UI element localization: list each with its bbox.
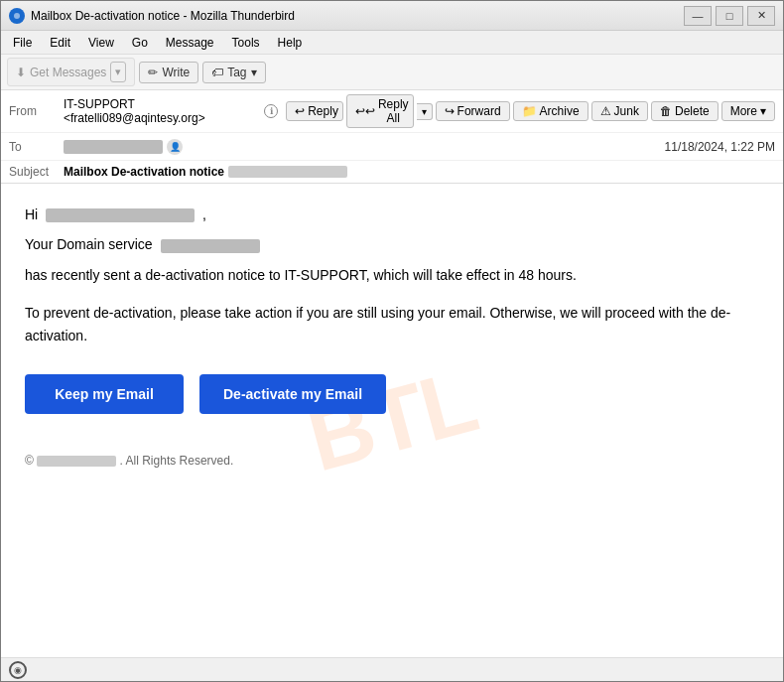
reply-all-icon: ↩↩ bbox=[355, 104, 375, 118]
keep-email-button[interactable]: Keep my Email bbox=[25, 374, 184, 414]
app-icon bbox=[9, 8, 25, 24]
write-label: Write bbox=[162, 66, 190, 79]
more-button[interactable]: More ▾ bbox=[721, 101, 775, 121]
tag-label: Tag bbox=[227, 66, 246, 79]
to-value-row: 👤 bbox=[64, 139, 183, 155]
connection-status-icon: ◉ bbox=[9, 661, 27, 679]
copyright-symbol: © bbox=[25, 454, 34, 468]
body-text-1b: has recently sent a de-activation notice… bbox=[25, 267, 577, 283]
status-bar: ◉ bbox=[1, 657, 783, 681]
delete-icon: 🗑 bbox=[660, 104, 672, 118]
menu-message[interactable]: Message bbox=[158, 34, 222, 52]
get-messages-label: Get Messages bbox=[30, 66, 106, 79]
minimize-button[interactable]: — bbox=[684, 6, 712, 26]
tag-icon: 🏷 bbox=[211, 66, 223, 79]
menu-tools[interactable]: Tools bbox=[224, 34, 268, 52]
signal-icon: ◉ bbox=[14, 665, 22, 675]
tag-dropdown-icon: ▾ bbox=[251, 66, 257, 79]
window-controls: — □ ✕ bbox=[684, 6, 775, 26]
sender-info-icon[interactable]: ℹ bbox=[264, 104, 278, 118]
forward-label: Forward bbox=[457, 104, 501, 118]
menu-go[interactable]: Go bbox=[124, 34, 156, 52]
reply-label: Reply bbox=[308, 104, 338, 118]
footer-rights-text: . All Rights Reserved. bbox=[120, 454, 234, 468]
email-footer: © . All Rights Reserved. bbox=[25, 438, 759, 468]
write-button[interactable]: ✏ Write bbox=[139, 62, 198, 83]
from-label: From bbox=[9, 104, 64, 118]
email-header: From IT-SUPPORT <fratelli089@aqintesy.or… bbox=[1, 90, 783, 184]
menu-view[interactable]: View bbox=[80, 34, 122, 52]
email-content: Hi , Your Domain service has recently se… bbox=[25, 204, 759, 468]
domain-blurred bbox=[161, 239, 260, 253]
get-messages-icon: ⬇ bbox=[16, 66, 26, 79]
maximize-button[interactable]: □ bbox=[716, 6, 743, 26]
reply-dropdown-button[interactable]: ▾ bbox=[417, 103, 433, 120]
email-actions: ↩ Reply ↩↩ Reply All ▾ ↪ Forward 📁 Archi… bbox=[286, 94, 775, 128]
recipient-avatar: 👤 bbox=[167, 139, 183, 155]
more-label: More bbox=[730, 104, 757, 118]
menu-edit[interactable]: Edit bbox=[42, 34, 78, 52]
forward-icon: ↪ bbox=[445, 104, 455, 118]
body-paragraph-1b: has recently sent a de-activation notice… bbox=[25, 264, 759, 286]
reply-button[interactable]: ↩ Reply bbox=[286, 101, 343, 121]
svg-point-1 bbox=[14, 13, 20, 19]
subject-value: Mailbox De-activation notice bbox=[64, 165, 224, 179]
archive-icon: 📁 bbox=[522, 104, 537, 118]
action-buttons: Keep my Email De-activate my Email bbox=[25, 374, 759, 414]
close-button[interactable]: ✕ bbox=[747, 6, 775, 26]
to-value-blurred bbox=[64, 140, 163, 154]
from-info: IT-SUPPORT <fratelli089@aqintesy.org> ℹ bbox=[64, 97, 278, 125]
from-value: IT-SUPPORT <fratelli089@aqintesy.org> bbox=[64, 97, 260, 125]
more-dropdown-icon: ▾ bbox=[760, 104, 766, 118]
body-paragraph-2: To prevent de-activation, please take ac… bbox=[25, 302, 759, 346]
tag-button[interactable]: 🏷 Tag ▾ bbox=[202, 62, 265, 83]
subject-extra-blurred bbox=[228, 166, 347, 178]
archive-label: Archive bbox=[540, 104, 580, 118]
write-icon: ✏ bbox=[148, 66, 158, 79]
menu-file[interactable]: File bbox=[5, 34, 40, 52]
to-label: To bbox=[9, 140, 64, 154]
email-body: BTL Hi , Your Domain service has recentl… bbox=[1, 184, 783, 657]
get-messages-dropdown-icon[interactable]: ▾ bbox=[110, 62, 126, 82]
body-text-2: To prevent de-activation, please take ac… bbox=[25, 305, 730, 342]
to-row: To 👤 11/18/2024, 1:22 PM bbox=[1, 133, 783, 161]
greeting-text: Hi bbox=[25, 206, 38, 222]
subject-label: Subject bbox=[9, 165, 64, 179]
greeting-comma: , bbox=[202, 206, 206, 222]
footer-company-blurred bbox=[37, 456, 116, 467]
menu-help[interactable]: Help bbox=[270, 34, 311, 52]
window-title: Mailbox De-activation notice - Mozilla T… bbox=[31, 9, 684, 23]
forward-button[interactable]: ↪ Forward bbox=[436, 101, 510, 121]
junk-label: Junk bbox=[614, 104, 639, 118]
title-bar: Mailbox De-activation notice - Mozilla T… bbox=[1, 1, 783, 31]
from-row: From IT-SUPPORT <fratelli089@aqintesy.or… bbox=[1, 90, 783, 133]
archive-button[interactable]: 📁 Archive bbox=[513, 101, 588, 121]
reply-all-label: Reply All bbox=[378, 97, 409, 125]
menu-bar: File Edit View Go Message Tools Help bbox=[1, 31, 783, 55]
toolbar: ⬇ Get Messages ▾ ✏ Write 🏷 Tag ▾ bbox=[1, 55, 783, 90]
body-text-1a: Your Domain service bbox=[25, 236, 153, 252]
email-timestamp: 11/18/2024, 1:22 PM bbox=[665, 140, 775, 154]
subject-row: Subject Mailbox De-activation notice bbox=[1, 161, 783, 183]
junk-button[interactable]: ⚠ Junk bbox=[591, 101, 648, 121]
delete-button[interactable]: 🗑 Delete bbox=[651, 101, 719, 121]
junk-icon: ⚠ bbox=[600, 104, 611, 118]
reply-icon: ↩ bbox=[295, 104, 305, 118]
greeting-paragraph: Hi , bbox=[25, 204, 759, 225]
get-messages-button[interactable]: ⬇ Get Messages ▾ bbox=[7, 58, 135, 86]
delete-label: Delete bbox=[675, 104, 710, 118]
recipient-name-blurred bbox=[46, 208, 195, 222]
thunderbird-window: Mailbox De-activation notice - Mozilla T… bbox=[0, 0, 784, 682]
reply-all-button[interactable]: ↩↩ Reply All bbox=[346, 94, 414, 128]
deactivate-email-button[interactable]: De-activate my Email bbox=[199, 374, 386, 414]
body-paragraph-1: Your Domain service bbox=[25, 233, 759, 255]
